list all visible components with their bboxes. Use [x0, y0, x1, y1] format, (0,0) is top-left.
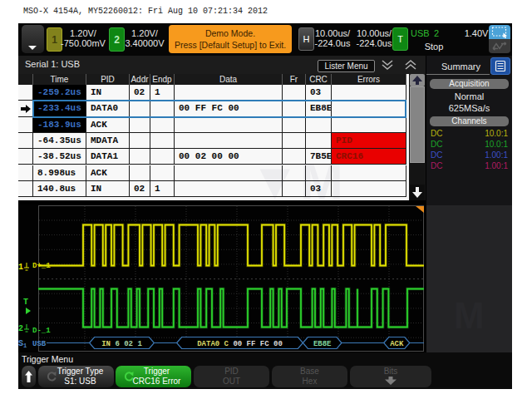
svg-text:T: T — [23, 298, 28, 307]
svg-text:2: 2 — [18, 324, 23, 333]
svg-text:USB: USB — [32, 340, 47, 348]
svg-text:D-_1: D-_1 — [32, 327, 51, 335]
svg-text:DATA0 C 00 FF FC 00: DATA0 C 00 FF FC 00 — [197, 340, 283, 348]
svg-text:ACK: ACK — [390, 340, 404, 348]
svg-text:IN 6 02 1: IN 6 02 1 — [101, 340, 142, 348]
svg-text:1: 1 — [18, 263, 23, 272]
svg-text:D+_1: D+_1 — [32, 262, 51, 270]
svg-text:EB8E: EB8E — [313, 340, 332, 348]
